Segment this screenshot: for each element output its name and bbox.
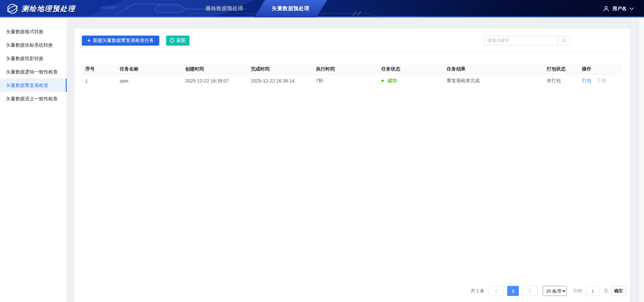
- content-panel: + 新建矢量数据重复项检查任务 刷新: [74, 29, 630, 302]
- cell-index: 1: [82, 74, 116, 87]
- prev-page-button[interactable]: [488, 286, 504, 296]
- new-task-button-label: 新建矢量数据重复项检查任务: [93, 38, 154, 44]
- refresh-button[interactable]: 刷新: [166, 36, 190, 46]
- toolbar: + 新建矢量数据重复项检查任务 刷新: [74, 29, 630, 53]
- sidebar-item-duplicate-check[interactable]: 矢量数据重复项检查: [0, 79, 67, 92]
- search-box: [484, 36, 570, 45]
- new-task-button[interactable]: + 新建矢量数据重复项检查任务: [82, 36, 159, 46]
- search-icon: [561, 38, 567, 43]
- cell-pack-status: 未打包: [543, 74, 579, 87]
- table-row: 1 qwe 2025-12-22 16:39:07 2025-12-22 16:…: [82, 74, 623, 87]
- search-button[interactable]: [558, 36, 570, 45]
- cell-task-name: qwe: [116, 74, 182, 87]
- status-success-dot-icon: [381, 80, 384, 82]
- app-header: 测绘地理预处理 栅格数据预处理 矢量数据预处理 用户名: [0, 0, 644, 17]
- column-header-result: 任务结果: [443, 64, 543, 74]
- user-name: 用户名: [612, 6, 627, 12]
- chevron-down-icon: [630, 7, 634, 10]
- table-header-row: 序号 任务名称 创建时间 完成时间 执行时间 任务状态 任务结果 打包状态 操作: [82, 64, 623, 74]
- page-number-button[interactable]: 1: [507, 286, 519, 296]
- pagination: 共 1 条 1 20 条/页 到第 页 确定: [471, 286, 626, 296]
- refresh-icon: [170, 38, 175, 43]
- goto-page-prefix: 到第: [574, 288, 582, 294]
- tab-raster-preprocessing[interactable]: 栅格数据预处理: [196, 0, 253, 17]
- column-header-finished-time: 完成时间: [248, 64, 313, 74]
- logo-globe-icon: [7, 3, 18, 14]
- user-icon: [603, 5, 609, 12]
- cell-actions: 打包 下载: [579, 74, 623, 87]
- column-header-status: 任务状态: [378, 64, 443, 74]
- scrollbar-track[interactable]: [639, 17, 644, 302]
- page-size-select[interactable]: 20 条/页: [543, 286, 567, 296]
- cell-result: 重复项检查完成: [443, 74, 543, 87]
- sidebar-item-semantic-consistency-check[interactable]: 矢量数据语义一致性检查: [0, 92, 67, 105]
- user-menu[interactable]: 用户名: [603, 0, 634, 17]
- tab-vector-preprocessing[interactable]: 矢量数据预处理: [260, 0, 322, 17]
- plus-icon: +: [87, 38, 91, 43]
- download-action-link[interactable]: 下载: [597, 78, 606, 83]
- goto-confirm-button[interactable]: 确定: [611, 286, 626, 296]
- search-input[interactable]: [484, 36, 558, 45]
- column-header-index: 序号: [82, 64, 116, 74]
- cell-status: 成功: [378, 74, 443, 87]
- sidebar-item-coordinate-conversion[interactable]: 矢量数据坐标系统转换: [0, 38, 67, 52]
- sidebar-item-projection-conversion[interactable]: 矢量数据投影转换: [0, 52, 67, 65]
- column-header-created-time: 创建时间: [182, 64, 248, 74]
- app-title: 测绘地理预处理: [21, 4, 75, 13]
- column-header-actions: 操作: [579, 64, 623, 74]
- sidebar: 矢量数据格式转换 矢量数据坐标系统转换 矢量数据投影转换 矢量数据逻辑一致性检查…: [0, 17, 67, 302]
- column-header-task-name: 任务名称: [116, 64, 182, 74]
- task-table-wrap: 序号 任务名称 创建时间 完成时间 执行时间 任务状态 任务结果 打包状态 操作…: [74, 53, 630, 87]
- main-area: + 新建矢量数据重复项检查任务 刷新: [67, 17, 644, 302]
- chevron-right-icon: [528, 289, 531, 293]
- next-page-button[interactable]: [522, 286, 538, 296]
- cell-duration: 7秒: [313, 74, 378, 87]
- column-header-pack-status: 打包状态: [543, 64, 579, 74]
- pack-action-link[interactable]: 打包: [582, 78, 591, 83]
- status-success-label: 成功: [387, 78, 397, 83]
- pagination-total: 共 1 条: [471, 288, 484, 294]
- goto-page-suffix: 页: [604, 288, 608, 294]
- task-table: 序号 任务名称 创建时间 完成时间 执行时间 任务状态 任务结果 打包状态 操作…: [82, 64, 623, 87]
- sidebar-item-logic-consistency-check[interactable]: 矢量数据逻辑一致性检查: [0, 65, 67, 79]
- cell-created-time: 2025-12-22 16:39:07: [182, 74, 248, 87]
- cell-finished-time: 2025-12-22 16:39:14: [248, 74, 313, 87]
- refresh-button-label: 刷新: [176, 38, 186, 44]
- app-logo: 测绘地理预处理: [7, 0, 75, 17]
- sidebar-item-format-conversion[interactable]: 矢量数据格式转换: [0, 25, 67, 38]
- chevron-left-icon: [495, 289, 498, 293]
- goto-page-input[interactable]: [586, 286, 600, 296]
- column-header-duration: 执行时间: [313, 64, 378, 74]
